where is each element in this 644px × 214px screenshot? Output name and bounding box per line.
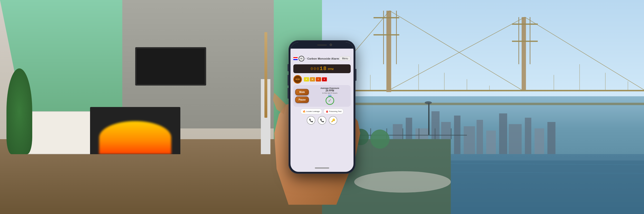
volume-down-button[interactable] (288, 88, 288, 99)
level-c: C (316, 77, 321, 82)
screen-content: UL ✓ Carbon Monoxide Alarm Menu 00018 PP… (290, 49, 354, 172)
exposure-info: Average Exposure 24 PPM In the last 5 ho… (311, 87, 349, 105)
locate-leakage-button[interactable]: 🔥 Locate Leakage (300, 109, 322, 114)
svg-rect-55 (428, 103, 430, 135)
svg-rect-36 (509, 124, 522, 154)
fireplace (90, 107, 180, 154)
level-d: D (322, 77, 327, 82)
timer-value: 00:00 (296, 78, 300, 80)
exposure-subtitle: In the last 5 hours (311, 92, 349, 94)
timer-level-row: 00:00 A B C D (293, 75, 351, 84)
svg-line-14 (390, 17, 525, 90)
status-check-icon: ✓ (326, 96, 334, 105)
call-button-1[interactable]: 📞 (307, 116, 315, 125)
speaker (317, 45, 327, 45)
svg-rect-32 (464, 126, 475, 154)
app-header: UL ✓ Carbon Monoxide Alarm Menu (293, 56, 351, 62)
svg-rect-34 (486, 131, 496, 154)
phone-device: UL ✓ Carbon Monoxide Alarm Menu 00018 PP… (288, 40, 356, 174)
exposure-title: Average Exposure (311, 87, 349, 89)
svg-point-56 (425, 101, 432, 104)
level-a: A (304, 77, 309, 82)
svg-rect-5 (374, 17, 400, 18)
feature-buttons-row: 🔥 Locate Leakage 🩸 Poisoning Test (293, 109, 351, 114)
camera (330, 44, 332, 46)
header-left: UL ✓ (293, 56, 307, 62)
key-button[interactable]: 🔑 (329, 116, 337, 125)
power-button[interactable] (356, 69, 356, 81)
phone-wrapper: UL ✓ Carbon Monoxide Alarm Menu 00018 PP… (288, 40, 356, 174)
menu-button[interactable]: Menu (340, 56, 351, 61)
decorative-vase (264, 32, 267, 118)
ul-text: UL (300, 58, 302, 59)
fire-icon: 🔥 (303, 110, 306, 113)
home-indicator (315, 168, 329, 169)
check-mark: ✓ (305, 57, 307, 60)
svg-line-15 (525, 17, 644, 90)
poisoning-test-button[interactable]: 🩸 Poisoning Test (324, 109, 344, 114)
svg-rect-53 (435, 128, 436, 139)
svg-rect-38 (534, 128, 544, 154)
call-button-2[interactable]: 📞 (318, 116, 326, 125)
timer-circle: 00:00 (293, 75, 302, 84)
co-digits: 00018 (310, 66, 327, 72)
pause-button[interactable]: Pause (295, 97, 309, 103)
svg-rect-51 (402, 128, 403, 139)
volume-up-button[interactable] (288, 75, 288, 86)
call-buttons-row: 📞 📞 🔑 (293, 116, 351, 125)
locate-leakage-label: Locate Leakage (306, 110, 320, 112)
phone-screen: UL ✓ Carbon Monoxide Alarm Menu 00018 PP… (290, 42, 354, 172)
plant (6, 68, 32, 154)
fire (99, 121, 171, 154)
svg-rect-7 (522, 17, 526, 90)
svg-rect-4 (396, 11, 397, 64)
svg-rect-54 (451, 128, 452, 139)
svg-rect-35 (499, 113, 507, 154)
info-panel: Mute Pause Average Exposure 24 PPM In th… (293, 85, 351, 107)
svg-rect-2 (386, 11, 391, 92)
svg-rect-37 (525, 118, 531, 154)
mute-button[interactable]: Mute (295, 89, 309, 95)
leading-zeros: 000 (310, 67, 320, 71)
app-title: Carbon Monoxide Alarm (307, 57, 339, 60)
ul-certification-badge: UL (298, 56, 304, 62)
svg-rect-10 (512, 24, 538, 25)
level-b: B (310, 77, 315, 82)
svg-rect-52 (418, 128, 419, 139)
svg-rect-6 (374, 34, 400, 35)
svg-rect-39 (548, 122, 556, 154)
silent-button[interactable] (288, 64, 288, 71)
drop-icon: 🩸 (326, 110, 328, 113)
svg-rect-3 (383, 11, 384, 64)
tv (135, 47, 206, 86)
svg-rect-33 (476, 120, 483, 154)
svg-rect-11 (512, 41, 538, 42)
exposure-value: 24 PPM (311, 89, 349, 92)
notch-area (290, 42, 354, 49)
co-reading-display: 00018 PPM (293, 64, 351, 73)
exposure-link[interactable]: Info (311, 94, 349, 96)
mute-pause-col: Mute Pause (295, 89, 309, 103)
poisoning-test-label: Poisoning Test (329, 110, 342, 112)
co-unit: PPM (328, 68, 334, 71)
us-flag-icon (293, 57, 298, 60)
svg-line-13 (390, 11, 522, 90)
level-indicators: A B C D (304, 77, 327, 82)
co-value: 18 (320, 66, 327, 72)
